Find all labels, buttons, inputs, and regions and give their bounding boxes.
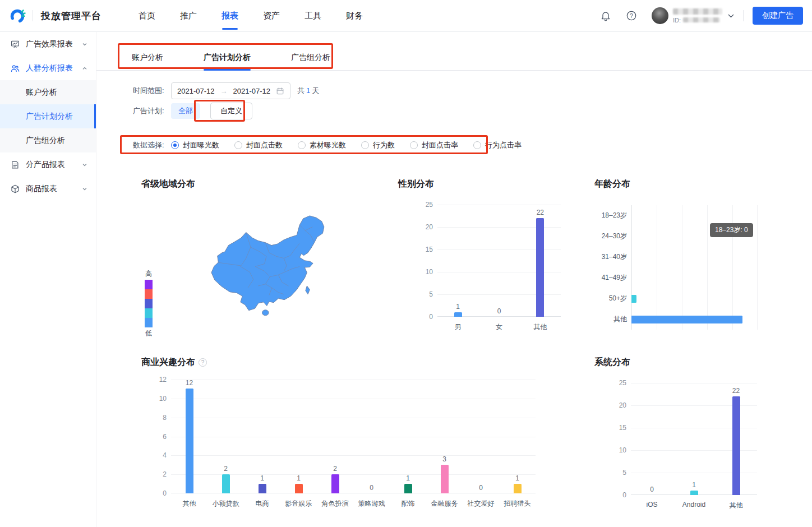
submenu-account-analysis[interactable]: 账户分析 xyxy=(0,80,96,104)
radio-material-impressions[interactable]: 素材曝光数 xyxy=(298,140,346,150)
bar-column: 1 xyxy=(673,383,715,495)
nav-finance[interactable]: 财务 xyxy=(346,0,363,31)
x-axis-label: 角色扮演 xyxy=(317,499,353,508)
submenu-ad-plan-analysis[interactable]: 广告计划分析 xyxy=(0,104,96,128)
create-ad-button[interactable]: 创建广告 xyxy=(753,7,803,25)
bar-value-label: 22 xyxy=(732,387,740,395)
tab-ad-group-analysis[interactable]: 广告组分析 xyxy=(291,45,330,70)
bar xyxy=(690,491,698,495)
radio-cover-clicks[interactable]: 封面点击数 xyxy=(234,140,283,150)
date-end: 2021-07-12 xyxy=(233,87,271,95)
radio-icon xyxy=(298,141,306,149)
bar-value-label: 2 xyxy=(333,465,337,473)
help-icon[interactable]: ? xyxy=(626,10,637,21)
bar-value-label: 1 xyxy=(515,475,519,482)
package-icon xyxy=(10,184,20,194)
y-axis-tick: 25 xyxy=(604,379,626,387)
bar-value-label: 1 xyxy=(692,482,696,489)
age-chart-plot: 18–23岁: 0 xyxy=(631,205,758,330)
sidebar-item-label: 分产品报表 xyxy=(26,160,81,170)
submenu-ad-group-analysis[interactable]: 广告组分析 xyxy=(0,128,96,152)
bar-row xyxy=(631,247,758,267)
days-value: 1 xyxy=(306,86,310,95)
radio-label: 封面曝光数 xyxy=(183,140,219,150)
bar-row xyxy=(631,288,758,309)
sidebar-item-ad-effect-reports[interactable]: 广告效果报表 xyxy=(0,32,96,56)
radio-cover-ctr[interactable]: 封面点击率 xyxy=(410,140,458,150)
user-info[interactable]: ID: xyxy=(673,8,722,24)
svg-text:?: ? xyxy=(630,13,633,19)
radio-cover-impressions[interactable]: 封面曝光数 xyxy=(171,140,219,150)
radio-icon xyxy=(410,141,418,149)
bar-value-label: 1 xyxy=(260,475,264,482)
date-range-row: 时间范围: 2021-07-12 → 2021-07-12 共1天 xyxy=(133,82,319,99)
sidebar-item-product-reports[interactable]: 分产品报表 xyxy=(0,152,96,177)
document-icon xyxy=(10,160,20,170)
tab-ad-plan-analysis[interactable]: 广告计划分析 xyxy=(204,45,251,70)
sidebar-item-label: 商品报表 xyxy=(26,184,81,194)
y-axis: 0510152025 xyxy=(604,383,626,495)
metric-select-row: 数据选择: 封面曝光数 封面点击数 素材曝光数 行为数 封面点击率 行为点击率 xyxy=(133,138,522,152)
date-range-input[interactable]: 2021-07-12 → 2021-07-12 xyxy=(171,82,290,99)
y-axis-tick: 0 xyxy=(410,313,433,321)
x-axis-label: 招聘猎头 xyxy=(499,499,536,508)
chart-title: 系统分布 xyxy=(594,357,792,368)
bar-column: 22 xyxy=(520,205,561,317)
legend-low-label: 低 xyxy=(143,329,154,338)
nav-reports[interactable]: 报表 xyxy=(222,0,238,31)
sidebar: 广告效果报表 人群分析报表 账户分析 广告计划分析 广告组分析 xyxy=(0,32,96,527)
bar xyxy=(331,474,339,493)
sidebar-item-goods-reports[interactable]: 商品报表 xyxy=(0,177,96,201)
nav-assets[interactable]: 资产 xyxy=(263,0,280,31)
report-tabs: 账户分析 广告计划分析 广告组分析 xyxy=(96,45,812,71)
app-logo-icon xyxy=(9,7,27,25)
y-axis-tick: 20 xyxy=(410,223,433,231)
app-title: 投放管理平台 xyxy=(41,10,101,22)
bell-icon[interactable] xyxy=(600,10,611,21)
y-axis-tick: 8 xyxy=(144,414,167,422)
y-axis-tick: 0 xyxy=(604,491,626,499)
ad-plan-row: 广告计划: 全部 自定义 xyxy=(133,103,252,119)
radio-actions[interactable]: 行为数 xyxy=(361,140,395,150)
y-axis-tick: 10 xyxy=(410,268,433,276)
x-axis-label: 社交爱好 xyxy=(463,499,499,508)
sidebar-item-audience-reports[interactable]: 人群分析报表 xyxy=(0,56,96,80)
bar-columns: 12211201301 xyxy=(171,380,536,493)
ad-plan-label: 广告计划: xyxy=(133,106,171,116)
interest-chart-plot: 12211201301 xyxy=(171,380,536,493)
bar xyxy=(222,474,230,493)
bar-column: 1 xyxy=(499,380,536,493)
x-axis-labels: 男女其他 xyxy=(437,322,561,332)
y-axis-labels: 18–23岁24–30岁31–40岁41–49岁50+岁其他 xyxy=(594,205,627,330)
legend-color-block xyxy=(145,308,153,318)
y-axis: 024681012 xyxy=(144,380,167,493)
plan-custom-button[interactable]: 自定义 xyxy=(210,103,252,119)
bar xyxy=(259,484,266,493)
bar-row xyxy=(631,267,758,288)
total-days: 共1天 xyxy=(297,86,319,96)
bar-column: 0 xyxy=(463,380,499,493)
x-axis-label: 男 xyxy=(437,322,478,332)
china-map[interactable] xyxy=(178,197,380,317)
nav-home[interactable]: 首页 xyxy=(139,0,155,31)
chevron-down-icon[interactable] xyxy=(728,14,734,18)
bar-column: 12 xyxy=(171,380,207,493)
divider xyxy=(743,10,744,21)
x-axis-label: 配饰 xyxy=(390,499,426,508)
nav-tools[interactable]: 工具 xyxy=(304,0,321,31)
tab-account-analysis[interactable]: 账户分析 xyxy=(132,45,163,70)
legend-color-block xyxy=(145,299,153,308)
legend-color-block xyxy=(145,289,153,299)
bar xyxy=(631,316,742,323)
nav-promotion[interactable]: 推广 xyxy=(180,0,197,31)
x-axis-label: 女 xyxy=(478,322,519,332)
plan-all-chip[interactable]: 全部 xyxy=(171,103,200,119)
x-axis-labels: iOSAndroid其他 xyxy=(631,501,757,510)
user-avatar[interactable] xyxy=(652,7,668,24)
help-icon[interactable]: ? xyxy=(199,358,207,367)
radio-action-ctr[interactable]: 行为点击率 xyxy=(473,140,522,150)
chevron-down-icon xyxy=(81,41,88,48)
y-axis-label: 24–30岁 xyxy=(594,226,627,247)
y-axis-tick: 20 xyxy=(604,401,626,409)
metric-label: 数据选择: xyxy=(133,140,171,150)
